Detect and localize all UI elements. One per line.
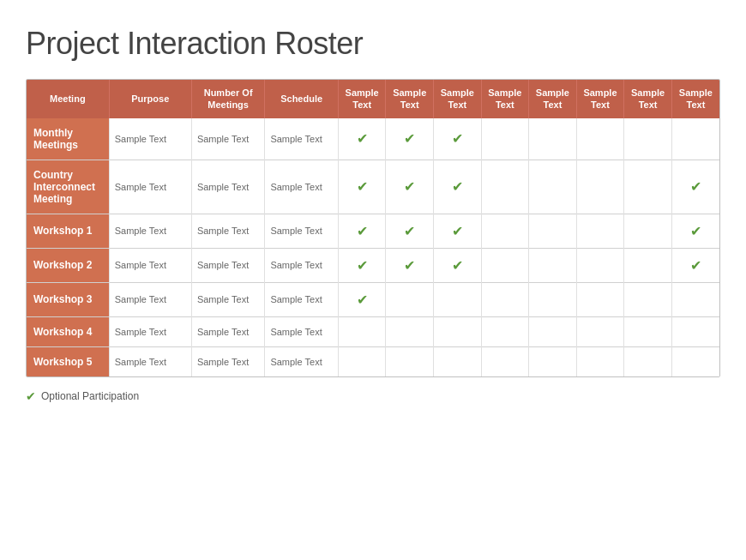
cell-check-4-5 xyxy=(576,282,624,316)
checkmark-icon: ✔ xyxy=(357,130,368,147)
cell-check-5-0 xyxy=(338,316,386,346)
header-col-3: Schedule xyxy=(265,80,339,118)
header-col-1: Purpose xyxy=(109,80,191,118)
table-row: Workshop 1Sample TextSample TextSample T… xyxy=(27,214,719,248)
cell-check-4-3 xyxy=(481,282,529,316)
checkmark-icon: ✔ xyxy=(404,223,415,239)
cell-check-0-3 xyxy=(481,118,529,160)
cell-check-1-0: ✔ xyxy=(338,160,386,214)
header-col-8: Sample Text xyxy=(529,80,577,118)
cell-check-3-4 xyxy=(529,248,577,282)
cell-check-4-7 xyxy=(671,282,719,316)
cell-check-3-2: ✔ xyxy=(434,248,482,282)
checkmark-icon: ✔ xyxy=(690,223,701,239)
table-row: Country Interconnect MeetingSample TextS… xyxy=(27,160,719,214)
cell-schedule-0: Sample Text xyxy=(265,118,339,160)
cell-schedule-3: Sample Text xyxy=(265,248,339,282)
cell-check-1-6 xyxy=(624,160,672,214)
header-col-2: Number Of Meetings xyxy=(191,80,265,118)
cell-schedule-5: Sample Text xyxy=(265,316,339,346)
cell-check-0-6 xyxy=(624,118,672,160)
checkmark-icon: ✔ xyxy=(357,257,368,274)
checkmark-icon: ✔ xyxy=(690,257,701,274)
cell-check-5-1 xyxy=(386,316,434,346)
roster-table: MeetingPurposeNumber Of MeetingsSchedule… xyxy=(27,80,719,376)
cell-check-2-3 xyxy=(481,214,529,248)
cell-check-2-5 xyxy=(576,214,624,248)
cell-check-4-0: ✔ xyxy=(338,282,386,316)
cell-purpose-2: Sample Text xyxy=(109,214,191,248)
cell-meeting-1: Country Interconnect Meeting xyxy=(27,160,109,214)
header-col-9: Sample Text xyxy=(576,80,624,118)
header-col-0: Meeting xyxy=(27,80,109,118)
cell-check-1-4 xyxy=(529,160,577,214)
checkmark-icon: ✔ xyxy=(452,257,463,274)
cell-check-0-7 xyxy=(671,118,719,160)
cell-check-5-4 xyxy=(529,316,577,346)
cell-check-2-7: ✔ xyxy=(671,214,719,248)
cell-check-5-7 xyxy=(671,316,719,346)
cell-purpose-3: Sample Text xyxy=(109,248,191,282)
table-header-row: MeetingPurposeNumber Of MeetingsSchedule… xyxy=(27,80,719,118)
cell-check-0-0: ✔ xyxy=(338,118,386,160)
checkmark-icon: ✔ xyxy=(404,130,415,147)
table-row: Workshop 3Sample TextSample TextSample T… xyxy=(27,282,719,316)
cell-schedule-4: Sample Text xyxy=(265,282,339,316)
checkmark-icon: ✔ xyxy=(357,292,368,308)
checkmark-icon: ✔ xyxy=(452,178,463,195)
cell-check-0-5 xyxy=(576,118,624,160)
cell-check-1-7: ✔ xyxy=(671,160,719,214)
checkmark-icon: ✔ xyxy=(404,257,415,274)
header-col-7: Sample Text xyxy=(481,80,529,118)
cell-check-5-3 xyxy=(481,316,529,346)
cell-check-3-1: ✔ xyxy=(386,248,434,282)
table-row: Monthly MeetingsSample TextSample TextSa… xyxy=(27,118,719,160)
cell-meeting-3: Workshop 2 xyxy=(27,248,109,282)
cell-number-4: Sample Text xyxy=(191,282,265,316)
cell-check-6-4 xyxy=(529,346,577,376)
cell-check-3-0: ✔ xyxy=(338,248,386,282)
cell-check-6-7 xyxy=(671,346,719,376)
cell-check-2-2: ✔ xyxy=(434,214,482,248)
header-col-10: Sample Text xyxy=(624,80,672,118)
checkmark-icon: ✔ xyxy=(690,178,701,195)
cell-check-1-2: ✔ xyxy=(434,160,482,214)
cell-number-3: Sample Text xyxy=(191,248,265,282)
cell-number-6: Sample Text xyxy=(191,346,265,376)
cell-check-1-1: ✔ xyxy=(386,160,434,214)
header-col-6: Sample Text xyxy=(434,80,482,118)
cell-check-3-6 xyxy=(624,248,672,282)
cell-check-4-2 xyxy=(434,282,482,316)
cell-check-5-5 xyxy=(576,316,624,346)
cell-check-6-5 xyxy=(576,346,624,376)
cell-check-4-6 xyxy=(624,282,672,316)
cell-purpose-6: Sample Text xyxy=(109,346,191,376)
cell-number-5: Sample Text xyxy=(191,316,265,346)
cell-check-6-0 xyxy=(338,346,386,376)
cell-check-3-5 xyxy=(576,248,624,282)
cell-number-2: Sample Text xyxy=(191,214,265,248)
footer-check-icon: ✔ xyxy=(26,389,36,403)
cell-purpose-5: Sample Text xyxy=(109,316,191,346)
checkmark-icon: ✔ xyxy=(357,178,368,195)
cell-check-6-1 xyxy=(386,346,434,376)
cell-purpose-1: Sample Text xyxy=(109,160,191,214)
cell-check-3-7: ✔ xyxy=(671,248,719,282)
checkmark-icon: ✔ xyxy=(357,223,368,239)
cell-check-6-3 xyxy=(481,346,529,376)
cell-meeting-2: Workshop 1 xyxy=(27,214,109,248)
cell-check-2-4 xyxy=(529,214,577,248)
header-col-4: Sample Text xyxy=(338,80,386,118)
cell-number-1: Sample Text xyxy=(191,160,265,214)
cell-check-5-2 xyxy=(434,316,482,346)
cell-schedule-6: Sample Text xyxy=(265,346,339,376)
checkmark-icon: ✔ xyxy=(452,130,463,147)
table-row: Workshop 2Sample TextSample TextSample T… xyxy=(27,248,719,282)
header-col-11: Sample Text xyxy=(671,80,719,118)
cell-check-2-1: ✔ xyxy=(386,214,434,248)
cell-check-1-3 xyxy=(481,160,529,214)
checkmark-icon: ✔ xyxy=(404,178,415,195)
cell-schedule-1: Sample Text xyxy=(265,160,339,214)
cell-check-5-6 xyxy=(624,316,672,346)
footer-label: Optional Participation xyxy=(41,390,139,402)
